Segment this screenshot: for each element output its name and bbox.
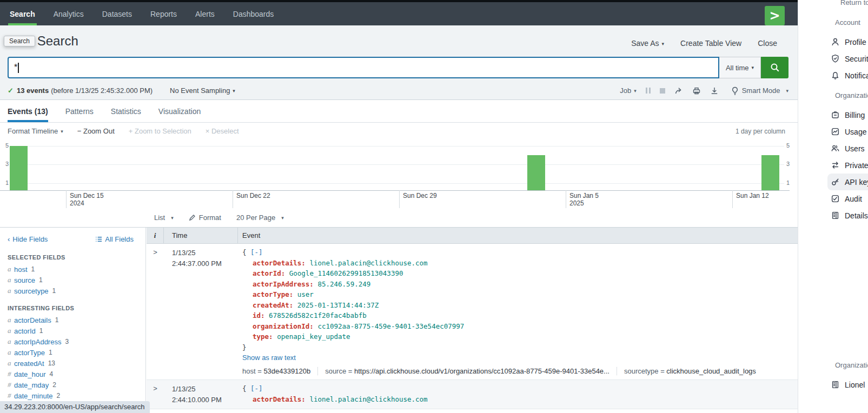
- menu-item-api-keys[interactable]: API keys: [827, 174, 868, 190]
- field-link-createdAt[interactable]: createdAt: [14, 359, 44, 368]
- field-type-prefix: #: [8, 381, 14, 389]
- splunk-logo[interactable]: >: [765, 6, 785, 25]
- json-value[interactable]: lionel.palacin@clickhouse.com: [309, 259, 427, 267]
- menu-item-users[interactable]: Users: [798, 140, 868, 157]
- field-count: 13: [48, 359, 55, 367]
- menu-item-profile[interactable]: Profile: [798, 34, 868, 50]
- create-table-view-button[interactable]: Create Table View: [680, 39, 741, 48]
- meta-value-sourcetype[interactable]: clickhouse_cloud_audit_logs: [666, 367, 756, 375]
- field-link-actorDetails[interactable]: actorDetails: [14, 316, 51, 324]
- field-type-prefix: a: [8, 337, 14, 346]
- nav-item-analytics[interactable]: Analytics: [54, 2, 84, 25]
- menu-item-notifications[interactable]: Notifications: [798, 67, 868, 84]
- menu-item-security[interactable]: Security: [798, 50, 868, 67]
- field-link-actorId[interactable]: actorId: [14, 327, 36, 335]
- event-rows: >1/13/252:44:37.000 PM{ [-]actorDetails:…: [147, 244, 798, 409]
- menu-item-audit[interactable]: Audit: [798, 190, 868, 207]
- zoom-to-selection-button[interactable]: + Zoom to Selection: [129, 127, 191, 135]
- field-link-date_mday[interactable]: date_mday: [14, 381, 49, 389]
- tab-statistics[interactable]: Statistics: [111, 100, 141, 122]
- json-key[interactable]: organizationId:: [253, 322, 314, 330]
- events-timeline-chart: 113355Sun Dec 152024Sun Dec 22Sun Dec 29…: [0, 139, 798, 208]
- deselect-button[interactable]: × Deselect: [206, 127, 239, 135]
- meta-value-host[interactable]: 53de4339120b: [263, 367, 310, 375]
- field-link-host[interactable]: host: [14, 265, 28, 274]
- section-header-organizations: Organizations: [798, 361, 868, 370]
- column-header-event: Event: [238, 228, 798, 243]
- field-link-date_hour[interactable]: date_hour: [14, 370, 46, 378]
- json-key[interactable]: actorId:: [253, 269, 285, 277]
- menu-item-details[interactable]: Details: [798, 207, 868, 224]
- menu-item-private-endpoints[interactable]: Private endpoints: [798, 157, 868, 174]
- shield-icon: [831, 54, 840, 63]
- y-axis-label-right: 1: [786, 179, 794, 186]
- print-icon[interactable]: [692, 86, 701, 95]
- search-input[interactable]: *: [8, 57, 719, 78]
- field-link-date_minute[interactable]: date_minute: [14, 392, 53, 400]
- show-raw-text-link[interactable]: Show as raw text: [242, 354, 296, 362]
- json-value[interactable]: user: [297, 290, 314, 298]
- events-table: i Time Event >1/13/252:44:37.000 PM{ [-]…: [147, 228, 798, 413]
- collapse-toggle[interactable]: [-]: [250, 384, 263, 392]
- nav-item-alerts[interactable]: Alerts: [195, 2, 215, 25]
- menu-item-usage[interactable]: Usage: [798, 123, 868, 140]
- field-type-prefix: a: [8, 327, 14, 335]
- list-view-menu[interactable]: List▾: [154, 214, 174, 222]
- json-value[interactable]: lionel.palacin@clickhouse.com: [309, 395, 427, 403]
- pause-button[interactable]: [646, 88, 651, 94]
- field-link-actorIpAddress[interactable]: actorIpAddress: [14, 338, 61, 346]
- job-menu[interactable]: Job▾: [620, 86, 637, 95]
- json-key[interactable]: type:: [253, 332, 273, 341]
- plus-icon: +: [129, 127, 135, 135]
- timeline-bar[interactable]: [527, 155, 545, 190]
- save-as-button[interactable]: Save As▾: [631, 39, 664, 48]
- json-key[interactable]: actorDetails:: [253, 395, 306, 403]
- timeline-bar[interactable]: [10, 146, 28, 191]
- json-key[interactable]: id:: [253, 311, 265, 319]
- nav-item-datasets[interactable]: Datasets: [102, 2, 132, 25]
- json-value[interactable]: 85.246.59.249: [317, 280, 370, 288]
- per-page-menu[interactable]: 20 Per Page▾: [236, 214, 284, 222]
- search-submit-button[interactable]: [761, 57, 789, 78]
- export-download-icon[interactable]: [710, 86, 719, 95]
- json-field-actorDetails: actorDetails: lionel.palacin@clickhouse.…: [242, 258, 792, 269]
- time-range-picker[interactable]: All time▾: [719, 57, 761, 78]
- close-button[interactable]: Close: [758, 39, 777, 48]
- caret-down-icon: ▾: [61, 129, 63, 134]
- json-value[interactable]: 2025-01-13T14:44:37Z: [297, 301, 379, 309]
- selected-fields-header: SELECTED FIELDS: [8, 254, 145, 261]
- return-link[interactable]: Return to: [840, 0, 868, 6]
- json-value[interactable]: openapi_key_update: [277, 332, 350, 341]
- field-link-sourcetype[interactable]: sourcetype: [14, 287, 49, 295]
- json-value[interactable]: cc1092aa-8775-459e-9401-33e54ec07997: [317, 322, 464, 330]
- tab-visualization[interactable]: Visualization: [158, 100, 201, 122]
- json-value[interactable]: Google_114602629918513043390: [289, 269, 403, 277]
- format-timeline-menu[interactable]: Format Timeline▾: [8, 127, 63, 135]
- collapse-toggle[interactable]: [-]: [250, 248, 263, 256]
- meta-value-source[interactable]: https://api.clickhouse.cloud/v1/organiza…: [354, 367, 609, 375]
- smart-mode-menu[interactable]: Smart Mode▾: [731, 86, 789, 95]
- json-value[interactable]: 678526d582c1f20fac4babfb: [269, 311, 367, 319]
- nav-item-reports[interactable]: Reports: [150, 2, 177, 25]
- stop-button[interactable]: [660, 88, 665, 94]
- json-key[interactable]: actorType:: [253, 290, 293, 298]
- expand-chevron-icon[interactable]: >: [147, 244, 164, 379]
- tab-events[interactable]: Events (13): [8, 100, 48, 122]
- json-key[interactable]: actorDetails:: [253, 259, 306, 267]
- field-link-source[interactable]: source: [14, 276, 35, 284]
- nav-item-search[interactable]: Search: [10, 2, 35, 25]
- hide-fields-link[interactable]: ‹Hide Fields: [8, 235, 48, 243]
- menu-item-lionel[interactable]: Lionel: [798, 376, 868, 393]
- tab-patterns[interactable]: Patterns: [65, 100, 94, 122]
- json-key[interactable]: actorIpAddress:: [253, 280, 314, 288]
- zoom-out-button[interactable]: − Zoom Out: [77, 127, 115, 135]
- menu-item-billing[interactable]: Billing: [798, 106, 868, 123]
- share-icon[interactable]: [674, 86, 683, 95]
- field-link-actorType[interactable]: actorType: [14, 349, 45, 357]
- format-results-button[interactable]: Format: [189, 214, 221, 222]
- json-key[interactable]: createdAt:: [253, 301, 293, 309]
- nav-item-dashboards[interactable]: Dashboards: [233, 2, 274, 25]
- timeline-bar[interactable]: [761, 155, 779, 190]
- event-sampling-menu[interactable]: No Event Sampling▾: [170, 86, 235, 95]
- all-fields-link[interactable]: All Fields: [95, 235, 134, 243]
